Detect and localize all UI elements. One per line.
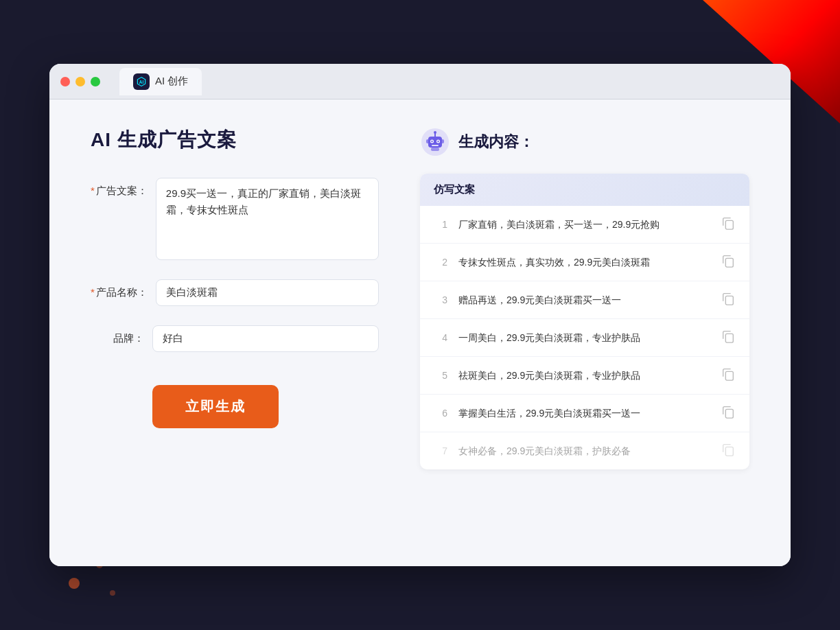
robot-icon xyxy=(420,127,450,157)
result-row: 5祛斑美白，29.9元美白淡斑霜，专业护肤品 xyxy=(420,357,749,395)
tab-area: AI AI 创作 xyxy=(119,68,202,95)
product-name-required: * xyxy=(91,286,95,298)
result-text: 赠品再送，29.9元美白淡斑霜买一送一 xyxy=(458,293,710,307)
svg-rect-13 xyxy=(441,139,444,143)
copy-icon[interactable] xyxy=(721,329,736,347)
result-row: 6掌握美白生活，29.9元美白淡斑霜买一送一 xyxy=(420,395,749,432)
title-bar: AI AI 创作 xyxy=(49,64,791,100)
svg-text:AI: AI xyxy=(139,80,144,84)
product-name-input[interactable] xyxy=(156,279,379,306)
right-panel-title: 生成内容： xyxy=(458,132,534,152)
ad-copy-group: *广告文案： xyxy=(91,178,379,260)
result-number: 5 xyxy=(434,370,447,381)
svg-rect-16 xyxy=(725,296,733,305)
copy-icon[interactable] xyxy=(721,253,736,271)
ad-copy-required: * xyxy=(91,185,95,196)
result-number: 1 xyxy=(434,219,447,230)
results-table: 仿写文案 1厂家直销，美白淡斑霜，买一送一，29.9元抢购 2专抹女性斑点，真实… xyxy=(420,174,749,469)
svg-rect-18 xyxy=(725,371,733,380)
brand-input[interactable] xyxy=(152,325,379,352)
result-row: 2专抹女性斑点，真实功效，29.9元美白淡斑霜 xyxy=(420,244,749,281)
svg-rect-17 xyxy=(725,334,733,342)
results-list: 1厂家直销，美白淡斑霜，买一送一，29.9元抢购 2专抹女性斑点，真实功效，29… xyxy=(420,206,749,469)
close-button[interactable] xyxy=(60,77,70,86)
tab-label: AI 创作 xyxy=(155,75,188,88)
svg-rect-14 xyxy=(725,220,733,229)
result-text: 掌握美白生活，29.9元美白淡斑霜买一送一 xyxy=(458,406,710,421)
minimize-button[interactable] xyxy=(75,77,85,86)
result-number: 2 xyxy=(434,257,447,268)
result-number: 6 xyxy=(434,408,447,419)
svg-rect-12 xyxy=(426,139,429,143)
svg-rect-8 xyxy=(432,145,439,146)
copy-icon[interactable] xyxy=(721,215,736,233)
ad-copy-label: *广告文案： xyxy=(91,178,156,198)
product-name-label: *产品名称： xyxy=(91,279,156,299)
window-controls xyxy=(60,77,100,86)
result-text: 祛斑美白，29.9元美白淡斑霜，专业护肤品 xyxy=(458,369,710,383)
results-header: 仿写文案 xyxy=(420,174,749,206)
copy-icon[interactable] xyxy=(721,442,736,460)
main-content: AI 生成广告文案 *广告文案： *产品名称： 品牌： 立即生成 xyxy=(49,100,791,566)
right-panel: 生成内容： 仿写文案 1厂家直销，美白淡斑霜，买一送一，29.9元抢购 2专抹女… xyxy=(420,127,749,532)
result-row: 1厂家直销，美白淡斑霜，买一送一，29.9元抢购 xyxy=(420,206,749,244)
left-panel: AI 生成广告文案 *广告文案： *产品名称： 品牌： 立即生成 xyxy=(91,127,379,532)
copy-icon[interactable] xyxy=(721,404,736,422)
copy-icon[interactable] xyxy=(721,291,736,309)
svg-point-6 xyxy=(431,141,432,142)
maximize-button[interactable] xyxy=(91,77,100,86)
right-header: 生成内容： xyxy=(420,127,749,157)
result-row: 7女神必备，29.9元美白淡斑霜，护肤必备 xyxy=(420,432,749,469)
decorative-dot-3 xyxy=(110,590,115,596)
result-number: 4 xyxy=(434,332,447,343)
result-text: 厂家直销，美白淡斑霜，买一送一，29.9元抢购 xyxy=(458,218,710,232)
result-text: 女神必备，29.9元美白淡斑霜，护肤必备 xyxy=(458,444,710,458)
browser-window: AI AI 创作 AI 生成广告文案 *广告文案： *产品名称： xyxy=(49,64,791,566)
result-text: 一周美白，29.9元美白淡斑霜，专业护肤品 xyxy=(458,331,710,345)
result-text: 专抹女性斑点，真实功效，29.9元美白淡斑霜 xyxy=(458,255,710,270)
brand-group: 品牌： xyxy=(91,325,379,352)
generate-button[interactable]: 立即生成 xyxy=(152,385,279,428)
result-number: 3 xyxy=(434,294,447,305)
brand-label: 品牌： xyxy=(91,325,152,345)
svg-rect-15 xyxy=(725,258,733,267)
decorative-dot-1 xyxy=(69,578,80,589)
svg-rect-11 xyxy=(431,148,439,151)
page-title: AI 生成广告文案 xyxy=(91,127,379,153)
copy-icon[interactable] xyxy=(721,366,736,384)
svg-point-10 xyxy=(434,131,436,134)
ai-tab-icon: AI xyxy=(133,73,150,90)
result-number: 7 xyxy=(434,445,447,456)
svg-point-7 xyxy=(437,141,439,142)
product-name-group: *产品名称： xyxy=(91,279,379,306)
svg-rect-19 xyxy=(725,409,733,418)
ai-tab[interactable]: AI AI 创作 xyxy=(119,68,202,95)
ad-copy-input[interactable] xyxy=(156,178,379,260)
result-row: 4一周美白，29.9元美白淡斑霜，专业护肤品 xyxy=(420,319,749,357)
result-row: 3赠品再送，29.9元美白淡斑霜买一送一 xyxy=(420,281,749,319)
svg-rect-20 xyxy=(725,447,733,456)
